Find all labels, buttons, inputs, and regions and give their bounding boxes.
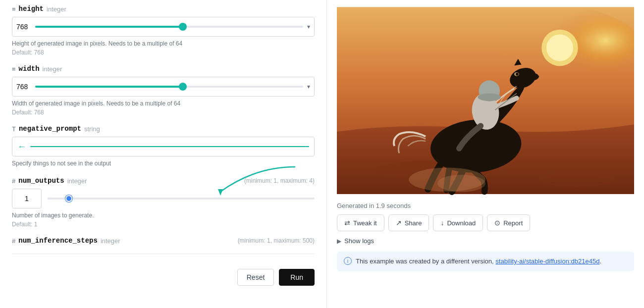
negative-prompt-field-name: negative_prompt <box>19 125 81 133</box>
width-type-tag: integer <box>43 65 62 73</box>
num-outputs-field-name: num_outputs <box>18 177 64 185</box>
negative-prompt-arrow-icon: ← <box>17 142 26 152</box>
num-outputs-description: Number of images to generate. <box>12 211 315 220</box>
negative-prompt-type-icon: T <box>12 125 16 133</box>
svg-point-10 <box>516 73 519 76</box>
show-logs-label: Show logs <box>344 237 374 245</box>
negative-prompt-label-row: T negative_prompt string <box>12 125 315 133</box>
height-slider-container[interactable]: 768 ▾ <box>12 17 315 37</box>
share-button[interactable]: ↗ Share <box>388 214 429 231</box>
height-chevron-icon[interactable]: ▾ <box>307 23 310 30</box>
negative-prompt-type-tag: string <box>84 125 100 133</box>
height-slider-thumb[interactable] <box>179 23 187 31</box>
svg-point-16 <box>437 175 485 192</box>
height-type-icon: ≡ <box>12 5 16 13</box>
width-slider-fill <box>35 86 183 88</box>
info-version-link[interactable]: stability-ai/stable-diffusion:db21e45d <box>495 257 599 265</box>
width-slider-container[interactable]: 768 ▾ <box>12 77 315 97</box>
width-value: 768 <box>16 83 31 91</box>
report-button[interactable]: ⊙ Report <box>487 214 530 231</box>
num-inference-steps-label-row: # num_inference_steps integer (minimum: … <box>12 237 315 245</box>
left-panel: ≡ height integer 768 ▾ Height of generat… <box>0 0 327 308</box>
height-field-block: ≡ height integer 768 ▾ Height of generat… <box>12 5 315 56</box>
download-icon: ↓ <box>440 219 444 227</box>
info-text: This example was created by a different … <box>356 257 601 266</box>
action-buttons-row: ⇄ Tweak it ↗ Share ↓ Download ⊙ Report <box>337 214 634 231</box>
download-label: Download <box>447 219 476 227</box>
right-panel: Generated in 1.9 seconds ⇄ Tweak it ↗ Sh… <box>327 0 644 308</box>
num-inference-steps-type-tag: integer <box>101 237 120 245</box>
num-inference-steps-field-name: num_inference_steps <box>18 237 98 245</box>
height-type-tag: integer <box>47 5 66 13</box>
run-button[interactable]: Run <box>279 269 315 286</box>
height-label-row: ≡ height integer <box>12 5 315 13</box>
negative-prompt-field-block: T negative_prompt string ← Specify thing… <box>12 125 315 168</box>
width-label-row: ≡ width integer <box>12 65 315 73</box>
height-slider-track[interactable] <box>35 26 303 28</box>
num-inference-steps-type-icon: # <box>12 237 15 245</box>
share-icon: ↗ <box>396 219 402 227</box>
info-box: i This example was created by a differen… <box>337 252 634 271</box>
info-icon: i <box>344 257 352 265</box>
height-value: 768 <box>16 23 31 31</box>
num-outputs-slider-thumb[interactable] <box>65 195 72 202</box>
horse-image-svg <box>337 4 634 197</box>
num-inference-steps-field-block: # num_inference_steps integer (minimum: … <box>12 237 315 245</box>
width-field-name: width <box>19 65 40 73</box>
report-label: Report <box>503 219 523 227</box>
width-type-icon: ≡ <box>12 65 16 73</box>
info-text-suffix: . <box>599 257 601 265</box>
info-text-prefix: This example was created by a different … <box>356 257 495 265</box>
report-icon: ⊙ <box>494 219 500 227</box>
share-label: Share <box>405 219 422 227</box>
svg-point-6 <box>538 172 615 187</box>
width-slider-thumb[interactable] <box>179 83 187 91</box>
width-description: Width of generated image in pixels. Need… <box>12 99 315 108</box>
svg-point-14 <box>478 93 501 101</box>
num-outputs-default: Default: 1 <box>12 221 315 228</box>
num-outputs-field-block: # num_outputs integer (minimum: 1, maxim… <box>12 177 315 228</box>
width-slider-track[interactable] <box>35 86 303 88</box>
svg-point-4 <box>546 34 573 61</box>
num-outputs-type-icon: # <box>12 177 15 185</box>
num-outputs-value: 1 <box>25 195 29 203</box>
width-field-block: ≡ width integer 768 ▾ Width of generated… <box>12 65 315 116</box>
height-default: Default: 768 <box>12 49 315 56</box>
tweak-icon: ⇄ <box>344 219 350 227</box>
show-logs-chevron-icon: ▶ <box>337 238 341 245</box>
num-outputs-slider-track[interactable] <box>48 198 315 200</box>
num-outputs-label-row: # num_outputs integer (minimum: 1, maxim… <box>12 177 315 185</box>
height-description: Height of generated image in pixels. Nee… <box>12 39 315 48</box>
height-slider-fill <box>35 26 183 28</box>
num-outputs-row: 1 <box>12 189 315 208</box>
negative-prompt-input-container[interactable]: ← <box>12 137 315 156</box>
bottom-divider <box>12 254 315 254</box>
bottom-buttons-row: Reset Run <box>12 264 315 286</box>
reset-button[interactable]: Reset <box>237 269 274 286</box>
num-outputs-range-hint: (minimum: 1, maximum: 4) <box>244 177 315 184</box>
negative-prompt-description: Specify things to not see in the output <box>12 159 315 168</box>
height-field-name: height <box>19 5 44 13</box>
generated-image <box>337 4 634 197</box>
tweak-it-label: Tweak it <box>353 219 377 227</box>
num-outputs-type-tag: integer <box>67 177 87 185</box>
width-chevron-icon[interactable]: ▾ <box>307 83 310 90</box>
num-outputs-input[interactable]: 1 <box>12 189 42 208</box>
width-default: Default: 768 <box>12 109 315 116</box>
negative-prompt-line <box>30 146 309 147</box>
show-logs-row[interactable]: ▶ Show logs <box>337 237 634 245</box>
download-button[interactable]: ↓ Download <box>433 214 483 231</box>
tweak-it-button[interactable]: ⇄ Tweak it <box>337 214 384 231</box>
generated-time: Generated in 1.9 seconds <box>337 202 634 209</box>
num-inference-steps-range-hint: (minimum: 1, maximum: 500) <box>238 237 315 244</box>
